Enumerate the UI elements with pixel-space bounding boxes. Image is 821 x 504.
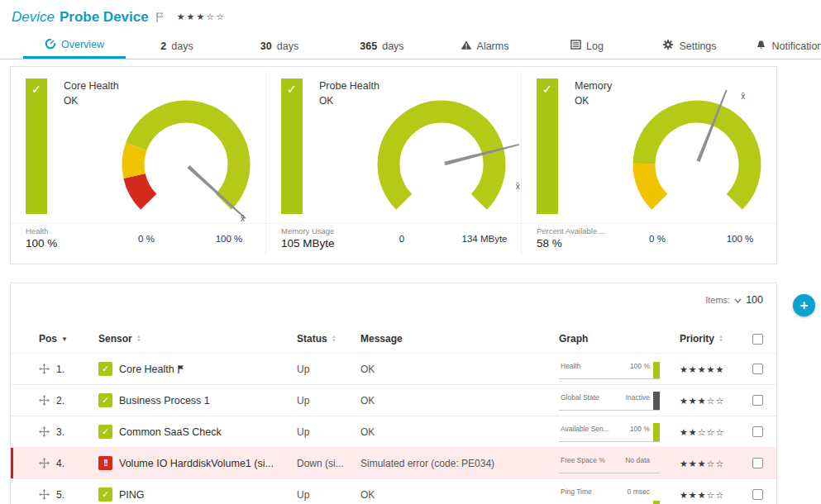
- gauge-status-bar: ✓: [537, 78, 558, 214]
- tab-settings[interactable]: Settings: [638, 33, 741, 59]
- sensor-name-link[interactable]: Volume IO HarddiskVolume1 (si...: [119, 458, 274, 469]
- column-header-pos[interactable]: Pos ▼: [39, 333, 98, 345]
- gauge-metric-value: 100 %: [26, 237, 57, 250]
- tab-30-days[interactable]: 30 days: [228, 33, 331, 59]
- svg-text:x̄: x̄: [516, 182, 520, 191]
- sensor-name-link[interactable]: PING: [119, 489, 145, 501]
- column-header-sensor[interactable]: Sensor ▲▼: [98, 333, 297, 345]
- mini-graph-bar: [653, 392, 660, 410]
- drag-handle-icon[interactable]: [39, 458, 50, 468]
- drag-handle-icon[interactable]: [39, 364, 50, 374]
- sensor-name-link[interactable]: Common SaaS Check: [119, 426, 222, 438]
- sensor-mini-graph[interactable]: Free Space % No data: [559, 453, 680, 473]
- tab-number: 30: [260, 40, 272, 52]
- device-type-label: Device: [12, 9, 55, 26]
- sensor-mini-graph[interactable]: Global State Inactive: [559, 390, 680, 411]
- gauge-chart: x̄: [606, 88, 788, 237]
- tab-bar: Overview 2 days 30 days 365 days Alarms …: [0, 33, 821, 59]
- sensor-message: OK: [360, 364, 559, 375]
- column-header-graph[interactable]: Graph: [559, 333, 680, 345]
- add-button[interactable]: +: [793, 294, 815, 316]
- tab-label: Log: [586, 40, 604, 52]
- flag-icon[interactable]: [156, 12, 164, 22]
- page-title: Probe Device: [60, 9, 149, 26]
- svg-text:x̄: x̄: [741, 92, 745, 101]
- sensor-table-row[interactable]: 2. ✓ Business Process 1 Up OK Global Sta…: [11, 384, 776, 416]
- log-icon: [570, 40, 581, 52]
- row-checkbox[interactable]: [752, 426, 763, 437]
- gauge-scale-min: 0 %: [122, 234, 171, 244]
- sensor-name-link[interactable]: Core Health: [119, 364, 174, 375]
- divider: [522, 223, 776, 224]
- sensor-mini-graph[interactable]: Ping Time 0 msec: [559, 484, 680, 504]
- gauge-card[interactable]: ✓ Core Health OK x̄ Health 100 % 0 % 100…: [11, 72, 265, 255]
- bell-icon: [756, 40, 766, 53]
- gauge-scale-max: 100 %: [196, 234, 262, 244]
- priority-rating[interactable]: ★★★☆☆: [177, 12, 226, 22]
- mini-graph-value: Inactive: [626, 393, 650, 402]
- sensor-table-row[interactable]: 4. !! Volume IO HarddiskVolume1 (si... D…: [11, 447, 776, 478]
- column-header-message[interactable]: Message: [360, 333, 559, 345]
- sort-icon: ▲▼: [136, 335, 141, 343]
- tab-alarms[interactable]: Alarms: [433, 33, 536, 59]
- drag-handle-icon[interactable]: [39, 395, 50, 406]
- gear-icon: [662, 39, 674, 53]
- plus-icon: +: [800, 297, 809, 313]
- gauge-card[interactable]: ✓ Probe Health OK x̄ Memory Usage 105 MB…: [265, 72, 521, 255]
- mini-graph-label: Ping Time: [561, 487, 592, 496]
- row-position: 4.: [56, 458, 64, 469]
- row-position: 3.: [56, 426, 64, 438]
- favorite-flag-icon: [178, 365, 184, 373]
- sensor-name-link[interactable]: Business Process 1: [119, 395, 210, 407]
- gauge-scale-max: 134 MByte: [451, 234, 518, 244]
- table-header-row: Pos ▼ Sensor ▲▼ Status ▲▼ Message Graph …: [11, 325, 776, 353]
- row-checkbox[interactable]: [752, 364, 763, 374]
- sensor-table-row[interactable]: 5. ✓ PING Up OK Ping Time 0 msec ★★★☆☆: [11, 478, 776, 504]
- sensor-table-panel: Items: 100 Pos ▼ Sensor ▲▼ Status ▲▼ Mes…: [10, 283, 777, 504]
- priority-stars[interactable]: ★★★☆☆: [680, 396, 724, 406]
- gauge-scale-min: 0: [377, 234, 427, 244]
- row-checkbox[interactable]: [752, 395, 763, 406]
- priority-stars[interactable]: ★★★★★: [680, 364, 724, 374]
- mini-graph-label: Global State: [561, 393, 599, 402]
- gauge-metric-value: 105 MByte: [281, 237, 335, 250]
- select-all-checkbox[interactable]: [752, 334, 763, 345]
- tab-overview[interactable]: Overview: [23, 33, 126, 59]
- sensor-status-text: Up: [297, 426, 360, 438]
- prtg-device-page: Device Probe Device ★★★☆☆ Overview 2 day…: [0, 0, 821, 504]
- row-checkbox[interactable]: [752, 458, 763, 468]
- mini-graph-bar: [653, 501, 660, 504]
- tab-2-days[interactable]: 2 days: [126, 33, 228, 59]
- drag-handle-icon[interactable]: [39, 489, 50, 500]
- gauge-card[interactable]: ✓ Memory OK x̄ Percent Available ... 58 …: [521, 72, 776, 255]
- sensor-table-body: 1. ✓ Core Health Up OK Health 100 % ★★★★…: [11, 353, 776, 504]
- divider: [266, 223, 521, 224]
- sensor-status-icon: ✓: [98, 487, 112, 502]
- chevron-down-icon: [734, 295, 742, 305]
- sensor-mini-graph[interactable]: Health 100 %: [559, 359, 680, 379]
- page-header: Device Probe Device ★★★☆☆: [0, 0, 821, 28]
- gauge-status-bar: ✓: [26, 78, 47, 214]
- sensor-table-row[interactable]: 1. ✓ Core Health Up OK Health 100 % ★★★★…: [11, 353, 776, 384]
- mini-graph-value: 100 %: [630, 362, 650, 370]
- sensor-message: Simulated error (code: PE034): [360, 458, 559, 469]
- tab-365-days[interactable]: 365 days: [331, 33, 433, 59]
- tab-log[interactable]: Log: [536, 33, 638, 59]
- check-icon: ✓: [542, 82, 553, 96]
- row-checkbox[interactable]: [752, 489, 763, 500]
- gauge-metric-label: Health: [26, 226, 57, 235]
- sensor-mini-graph[interactable]: Available Sen... 100 %: [559, 421, 680, 442]
- gauge-scale-max: 100 %: [707, 234, 773, 244]
- column-header-status[interactable]: Status ▲▼: [297, 333, 360, 345]
- sensor-status-text: Up: [297, 489, 360, 501]
- column-header-priority[interactable]: Priority ▲▼: [680, 333, 747, 345]
- priority-stars[interactable]: ★★★☆☆: [680, 459, 724, 468]
- priority-stars[interactable]: ★★★☆☆: [680, 490, 724, 500]
- sensor-table-row[interactable]: 3. ✓ Common SaaS Check Up OK Available S…: [11, 416, 776, 447]
- tab-notifications[interactable]: Notifications: [741, 33, 821, 59]
- items-per-page[interactable]: Items: 100: [705, 294, 763, 306]
- items-value: 100: [746, 294, 763, 306]
- drag-handle-icon[interactable]: [39, 426, 50, 437]
- tab-label: Notifications: [771, 40, 821, 52]
- priority-stars[interactable]: ★★☆☆☆: [680, 427, 724, 437]
